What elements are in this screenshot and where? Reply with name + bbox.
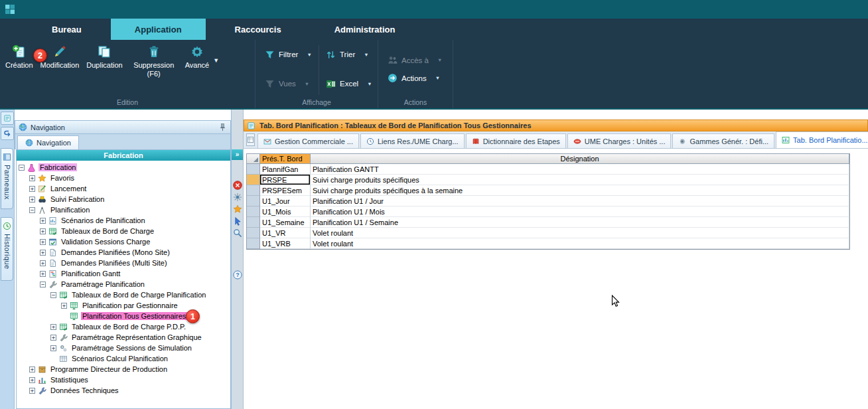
column-header-pres-t-bord[interactable]: Prés.T. Bord <box>260 154 311 164</box>
tree-item-validation-sessions-charge[interactable]: +Validation Sessions Charge <box>17 236 230 247</box>
chevron-down-icon[interactable]: ▼ <box>367 81 372 87</box>
expand-plus-icon[interactable]: + <box>40 250 46 256</box>
select-all-corner[interactable] <box>247 154 260 164</box>
trier-button[interactable]: Trier ▼ <box>317 50 378 60</box>
cell-designation[interactable]: Planification GANTT <box>311 164 849 175</box>
cell-pres-t-bord[interactable]: U1_VR <box>260 228 311 238</box>
document-tab-gammes-gener-defi[interactable]: Gammes Génér. : Défi... <box>672 133 774 148</box>
tree-item-parametrage-planification[interactable]: −Paramétrage Planification <box>17 279 230 289</box>
creation-button[interactable]: Création <box>5 44 33 70</box>
cell-pres-t-bord[interactable]: U1_Jour <box>260 196 311 206</box>
avance-button[interactable]: Avancé ▼ <box>185 44 219 70</box>
tree-item-parametrage-representation-graphique[interactable]: +Paramétrage Représentation Graphique <box>17 332 230 343</box>
tree-item-statistiques[interactable]: +Statistiques <box>17 374 230 385</box>
close-button[interactable] <box>233 181 242 190</box>
tree-item-planification-gantt[interactable]: +Planification Gantt <box>17 268 230 279</box>
panel-mini-button[interactable] <box>1 112 14 125</box>
configure-button[interactable] <box>233 193 242 202</box>
tab-list-button[interactable] <box>246 133 255 146</box>
expand-plus-icon[interactable]: + <box>61 303 67 309</box>
column-header-designation[interactable]: Désignation <box>311 154 849 164</box>
document-tab-tab-bord-planificatio[interactable]: Tab. Bord Planificatio... <box>776 131 868 148</box>
cell-designation[interactable]: Suivi charge produits spécifiques <box>311 175 849 185</box>
expand-plus-icon[interactable]: + <box>40 218 46 224</box>
collapse-chevrons-button[interactable]: » <box>232 149 243 160</box>
tree-item-scenarios-calcul-planification[interactable]: Scénarios Calcul Planification <box>17 353 230 364</box>
expand-plus-icon[interactable]: + <box>40 239 46 245</box>
tree-item-donnees-techniques[interactable]: +Données Techniques <box>17 385 230 396</box>
document-tab-liens-res-ume-charg[interactable]: Liens Res./UME Charg... <box>360 133 465 148</box>
document-tab-dictionnaire-des-etapes[interactable]: Dictionnaire des Etapes <box>466 133 566 148</box>
cell-designation[interactable]: Planification U1 / Semaine <box>311 217 849 228</box>
tree-item-demandes-planifiees-multi-site[interactable]: +Demandes Planifiées (Multi Site) <box>17 258 230 268</box>
tree-item-programme-directeur-de-production[interactable]: +Programme Directeur de Production <box>17 364 230 374</box>
cell-pres-t-bord[interactable]: U1_Semaine <box>260 217 311 228</box>
cell-pres-t-bord[interactable]: PRSPE <box>260 175 311 185</box>
document-tab-gestion-commerciale[interactable]: Gestion Commerciale ... <box>257 133 359 148</box>
cell-designation[interactable]: Volet roulant <box>311 238 849 249</box>
pointer-button[interactable] <box>233 216 242 226</box>
help-button[interactable]: ? <box>233 270 242 280</box>
row-selector[interactable] <box>247 175 260 185</box>
tree-item-lancement[interactable]: +Lancement <box>17 183 230 194</box>
search-button[interactable] <box>233 228 242 238</box>
expand-minus-icon[interactable]: − <box>50 292 56 298</box>
grid-row-u1-vrb[interactable]: U1_VRBVolet roulant <box>247 238 849 249</box>
tree-item-parametrage-sessions-de-simulation[interactable]: +Paramétrage Sessions de Simulation <box>17 343 230 353</box>
grid-row-u1-mois[interactable]: U1_MoisPlanification U1 / Mois <box>247 206 849 217</box>
cell-pres-t-bord[interactable]: U1_VRB <box>260 238 311 249</box>
tree-item-tableaux-de-bord-de-charge-planification[interactable]: −Tableaux de Bord de Charge Planificatio… <box>17 289 230 300</box>
row-selector[interactable] <box>247 164 260 175</box>
pin-icon[interactable] <box>218 123 227 131</box>
grid-row-prspesem[interactable]: PRSPESemSuivi charge produits spécifique… <box>247 185 849 196</box>
cell-pres-t-bord[interactable]: PRSPESem <box>260 185 311 196</box>
grid-row-u1-semaine[interactable]: U1_SemainePlanification U1 / Semaine <box>247 217 849 228</box>
undock-button[interactable] <box>1 127 14 140</box>
tree-item-favoris[interactable]: +Favoris <box>17 173 230 183</box>
cell-designation[interactable]: Suivi charge produits spécifiques à la s… <box>311 185 849 196</box>
expand-plus-icon[interactable]: + <box>50 324 56 330</box>
expand-minus-icon[interactable]: − <box>29 207 35 213</box>
tree-item-fabrication[interactable]: −Fabrication <box>17 162 230 173</box>
expand-plus-icon[interactable]: + <box>50 335 56 341</box>
suppression-button[interactable]: Suppression (F6) <box>130 44 178 78</box>
tree-item-demandes-planifiees-mono-site[interactable]: +Demandes Planifiées (Mono Site) <box>17 247 230 258</box>
tree-item-tableaux-de-bord-de-charge[interactable]: +Tableaux de Bord de Charge <box>17 226 230 236</box>
ribbon-tab-application[interactable]: Application <box>111 19 206 40</box>
chevron-down-icon[interactable]: ▼ <box>364 52 368 58</box>
expand-plus-icon[interactable]: + <box>29 175 35 181</box>
duplication-button[interactable]: Duplication <box>86 44 122 70</box>
expand-plus-icon[interactable]: + <box>40 228 46 234</box>
expand-plus-icon[interactable]: + <box>29 388 35 394</box>
side-tab-panneaux[interactable]: Panneaux <box>1 148 13 209</box>
row-selector[interactable] <box>247 206 260 217</box>
tree-item-planification-par-gestionnaire[interactable]: +Planification par Gestionnaire <box>17 300 230 311</box>
cell-pres-t-bord[interactable]: U1_Mois <box>260 206 311 217</box>
filtrer-button[interactable]: Filtrer ▼ <box>255 50 317 60</box>
document-tab-ume-charges-unites[interactable]: UME Charges : Unités ... <box>567 133 672 148</box>
row-selector[interactable] <box>247 217 260 228</box>
row-selector[interactable] <box>247 238 260 249</box>
expand-minus-icon[interactable]: − <box>40 282 46 287</box>
navigation-tab[interactable]: Navigation <box>17 135 79 149</box>
cell-designation[interactable]: Planification U1 / Mois <box>311 206 849 217</box>
row-selector[interactable] <box>247 185 260 196</box>
ribbon-tab-bureau[interactable]: Bureau <box>28 19 106 40</box>
expand-plus-icon[interactable]: + <box>50 345 56 351</box>
cell-designation[interactable]: Planification U1 / Jour <box>311 196 849 206</box>
expand-minus-icon[interactable]: − <box>19 165 25 171</box>
tree-item-suivi-fabrication[interactable]: +Suivi Fabrication <box>17 194 230 204</box>
grid-row-plannifgan[interactable]: PlannifGanPlanification GANTT <box>247 164 849 175</box>
expand-plus-icon[interactable]: + <box>29 377 35 383</box>
expand-plus-icon[interactable]: + <box>40 260 46 266</box>
chevron-down-icon[interactable]: ▼ <box>213 57 219 64</box>
ribbon-tab-administration[interactable]: Administration <box>311 19 419 40</box>
cell-designation[interactable]: Volet roulant <box>311 228 849 238</box>
expand-plus-icon[interactable]: + <box>29 197 35 203</box>
favorite-button[interactable] <box>233 204 242 214</box>
expand-plus-icon[interactable]: + <box>29 186 35 192</box>
excel-button[interactable]: Excel ▼ <box>317 79 378 89</box>
tree-item-scenarios-de-planification[interactable]: +Scénarios de Planification <box>17 215 230 226</box>
chevron-down-icon[interactable]: ▼ <box>435 75 440 81</box>
tree-item-planification[interactable]: −Planification <box>17 204 230 215</box>
